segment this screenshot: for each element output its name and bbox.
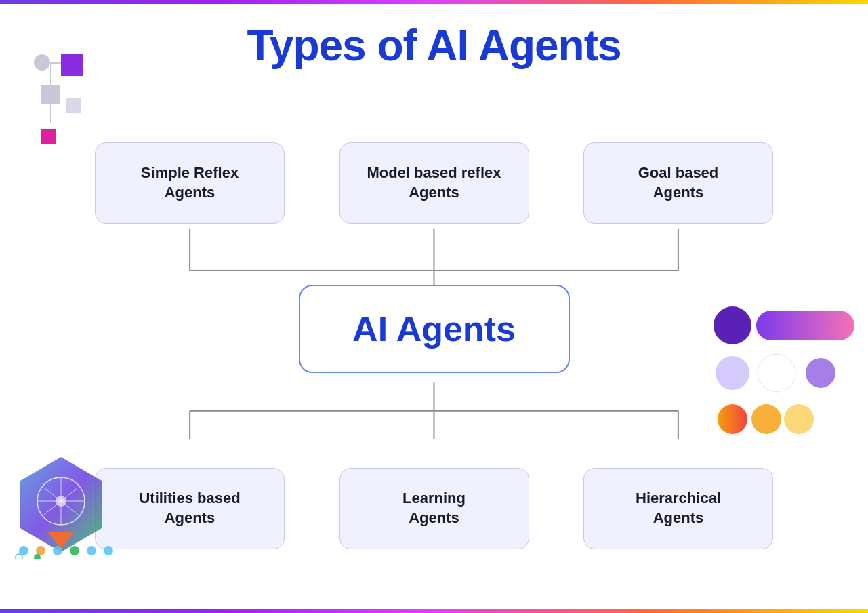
svg-point-28 — [716, 356, 749, 390]
simple-reflex-box: Simple Reflex Agents — [95, 142, 285, 224]
bottom-gradient-bar — [0, 609, 868, 613]
svg-point-19 — [36, 546, 45, 555]
top-gradient-border — [0, 0, 868, 4]
page-title: Types of AI Agents — [0, 20, 868, 71]
goal-based-box: Goal based Agents — [583, 142, 773, 224]
svg-point-30 — [806, 358, 835, 388]
hierarchical-box: Hierarchical Agents — [583, 468, 773, 549]
learning-box: Learning Agents — [339, 468, 529, 549]
svg-point-32 — [751, 404, 781, 434]
svg-point-24 — [16, 554, 22, 559]
bottom-row: Utilities based Agents Learning Agents H… — [95, 468, 773, 549]
model-based-box: Model based reflex Agents — [339, 142, 529, 224]
svg-point-33 — [784, 404, 814, 434]
ai-agents-center-box: AI Agents — [299, 285, 570, 373]
svg-point-20 — [53, 546, 62, 555]
svg-point-23 — [104, 546, 113, 555]
svg-point-21 — [70, 546, 79, 555]
svg-point-22 — [87, 546, 96, 555]
svg-rect-27 — [756, 311, 854, 340]
center-node-wrapper: AI Agents — [299, 285, 570, 373]
svg-point-16 — [56, 496, 66, 507]
utilities-based-box: Utilities based Agents — [95, 468, 285, 549]
deco-robot-illustration — [7, 450, 115, 559]
deco-right-circles — [712, 298, 861, 448]
top-row: Simple Reflex Agents Model based reflex … — [95, 142, 773, 224]
svg-point-29 — [758, 354, 795, 392]
diagram: Simple Reflex Agents Model based reflex … — [95, 88, 773, 579]
svg-point-26 — [714, 306, 751, 344]
svg-point-31 — [718, 404, 747, 434]
